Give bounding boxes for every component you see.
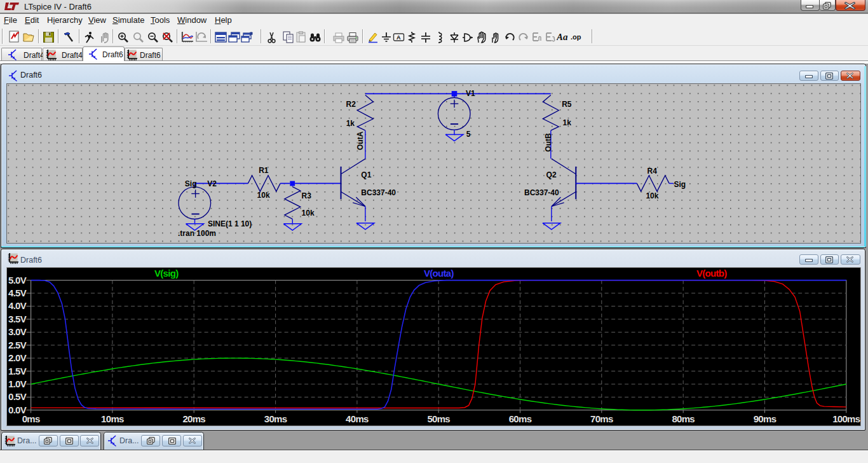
svg-text:BC337-40: BC337-40 [361,188,396,197]
svg-text:Sig: Sig [674,180,686,189]
svg-text:3.5V: 3.5V [8,314,27,324]
svg-text:OutA: OutA [356,131,365,150]
svg-text:V1: V1 [466,89,475,98]
svg-text:5: 5 [466,130,471,139]
svg-text:1k: 1k [346,119,355,128]
svg-text:R1: R1 [259,166,269,175]
svg-text:10k: 10k [257,191,270,200]
svg-text:Aa: Aa [557,32,568,42]
svg-text:10k: 10k [646,191,658,200]
svg-text:BC337-40: BC337-40 [524,188,559,197]
svg-text:Q2: Q2 [546,170,557,179]
svg-text:3.0V: 3.0V [8,326,27,337]
svg-text:40ms: 40ms [346,413,369,424]
svg-text:1k: 1k [563,118,572,127]
svg-text:30ms: 30ms [264,413,287,424]
svg-text:2.0V: 2.0V [8,352,27,363]
svg-text:R4: R4 [648,167,658,176]
svg-text:4.0V: 4.0V [8,300,27,311]
svg-text:R5: R5 [562,100,572,109]
svg-text:V(outb): V(outb) [696,268,727,279]
svg-text:20ms: 20ms [182,413,205,424]
svg-text:60ms: 60ms [509,413,532,424]
svg-text:1.5V: 1.5V [8,366,27,377]
svg-text:0ms: 0ms [22,413,40,424]
svg-text:5.0V: 5.0V [8,275,27,286]
svg-text:V2: V2 [207,179,217,188]
svg-text:V(outa): V(outa) [424,268,454,279]
svg-text:2.5V: 2.5V [8,340,27,350]
svg-text:90ms: 90ms [754,413,776,424]
svg-text:R2: R2 [346,100,356,109]
svg-text:0.5V: 0.5V [8,391,27,402]
svg-text:10ms: 10ms [101,413,124,424]
svg-text:4.5V: 4.5V [8,287,27,298]
svg-text:Q1: Q1 [361,170,371,179]
svg-text:SINE(1 1 10): SINE(1 1 10) [208,219,252,228]
svg-text:OutB: OutB [544,133,553,152]
svg-text:70ms: 70ms [590,413,613,424]
svg-text:80ms: 80ms [672,413,695,424]
svg-text:R3: R3 [302,191,312,200]
svg-text:A: A [397,34,401,41]
svg-text:1.0V: 1.0V [8,378,27,389]
svg-text:Sig: Sig [185,179,197,188]
svg-text:V(sig): V(sig) [154,268,179,279]
svg-text:50ms: 50ms [427,413,450,424]
svg-text:100ms: 100ms [832,413,860,424]
svg-text:.tran 100m: .tran 100m [178,229,216,238]
svg-text:10k: 10k [302,209,315,218]
svg-text:.op: .op [571,33,581,41]
